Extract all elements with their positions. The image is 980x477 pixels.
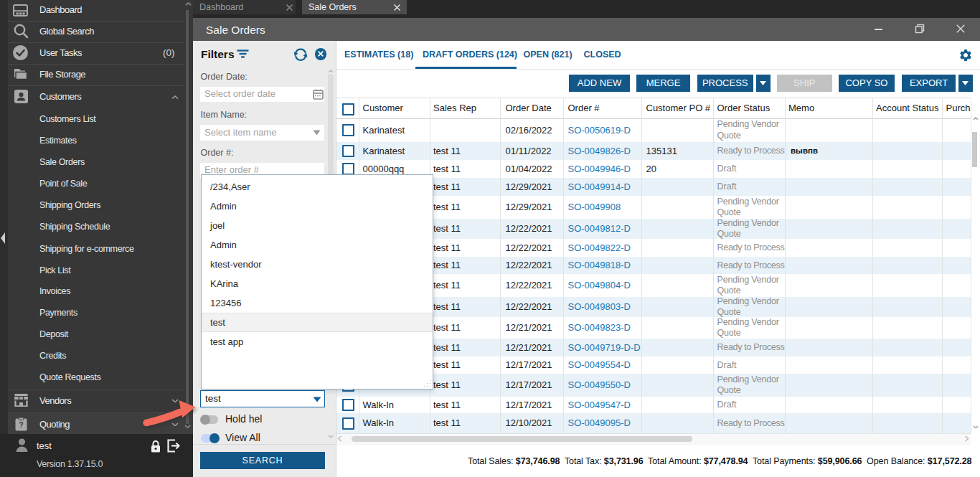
svg-text:?: ? [19, 421, 23, 429]
